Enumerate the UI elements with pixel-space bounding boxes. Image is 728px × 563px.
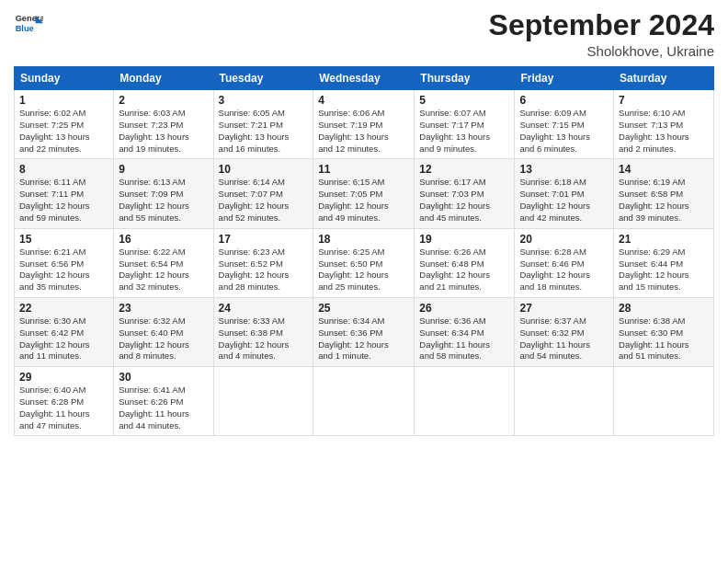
day-info: Sunrise: 6:26 AM Sunset: 6:48 PM Dayligh… — [419, 247, 509, 293]
table-row: 30Sunrise: 6:41 AM Sunset: 6:26 PM Dayli… — [114, 367, 213, 436]
day-number: 18 — [318, 233, 409, 246]
day-info: Sunrise: 6:14 AM Sunset: 7:07 PM Dayligh… — [219, 177, 309, 224]
table-row: 21Sunrise: 6:29 AM Sunset: 6:44 PM Dayli… — [614, 228, 714, 297]
table-row: 9Sunrise: 6:13 AM Sunset: 7:09 PM Daylig… — [114, 159, 213, 228]
day-number: 1 — [19, 94, 108, 107]
logo-icon: General Blue — [14, 9, 43, 39]
day-info: Sunrise: 6:11 AM Sunset: 7:11 PM Dayligh… — [19, 177, 108, 224]
table-row — [614, 367, 714, 436]
table-row — [213, 367, 313, 436]
day-info: Sunrise: 6:30 AM Sunset: 6:42 PM Dayligh… — [19, 316, 108, 362]
table-row: 14Sunrise: 6:19 AM Sunset: 6:58 PM Dayli… — [614, 159, 714, 228]
table-row: 6Sunrise: 6:09 AM Sunset: 7:15 PM Daylig… — [515, 90, 614, 159]
day-number: 11 — [318, 163, 409, 176]
day-number: 6 — [519, 94, 609, 107]
table-row: 15Sunrise: 6:21 AM Sunset: 6:56 PM Dayli… — [15, 228, 114, 297]
day-number: 30 — [119, 371, 208, 384]
day-info: Sunrise: 6:19 AM Sunset: 6:58 PM Dayligh… — [619, 177, 709, 224]
day-number: 12 — [419, 163, 509, 176]
table-row: 2Sunrise: 6:03 AM Sunset: 7:23 PM Daylig… — [114, 90, 213, 159]
table-row: 25Sunrise: 6:34 AM Sunset: 6:36 PM Dayli… — [313, 297, 415, 366]
table-row — [515, 367, 614, 436]
day-number: 19 — [419, 233, 509, 246]
day-info: Sunrise: 6:03 AM Sunset: 7:23 PM Dayligh… — [119, 108, 208, 155]
col-saturday: Saturday — [614, 67, 714, 90]
day-number: 23 — [119, 302, 208, 315]
col-tuesday: Tuesday — [213, 67, 313, 90]
day-info: Sunrise: 6:09 AM Sunset: 7:15 PM Dayligh… — [519, 108, 609, 155]
day-number: 14 — [619, 163, 709, 176]
table-row: 8Sunrise: 6:11 AM Sunset: 7:11 PM Daylig… — [15, 159, 114, 228]
table-row: 16Sunrise: 6:22 AM Sunset: 6:54 PM Dayli… — [114, 228, 213, 297]
month-title: September 2024 — [489, 9, 714, 41]
table-row: 1Sunrise: 6:02 AM Sunset: 7:25 PM Daylig… — [15, 90, 114, 159]
table-row: 23Sunrise: 6:32 AM Sunset: 6:40 PM Dayli… — [114, 297, 213, 366]
day-number: 16 — [119, 233, 208, 246]
day-info: Sunrise: 6:21 AM Sunset: 6:56 PM Dayligh… — [19, 247, 108, 293]
day-info: Sunrise: 6:28 AM Sunset: 6:46 PM Dayligh… — [519, 247, 609, 293]
table-row: 29Sunrise: 6:40 AM Sunset: 6:28 PM Dayli… — [15, 367, 114, 436]
table-row: 20Sunrise: 6:28 AM Sunset: 6:46 PM Dayli… — [515, 228, 614, 297]
day-info: Sunrise: 6:36 AM Sunset: 6:34 PM Dayligh… — [419, 316, 509, 362]
calendar-header-row: Sunday Monday Tuesday Wednesday Thursday… — [15, 67, 714, 90]
day-info: Sunrise: 6:02 AM Sunset: 7:25 PM Dayligh… — [19, 108, 108, 155]
col-friday: Friday — [515, 67, 614, 90]
table-row: 12Sunrise: 6:17 AM Sunset: 7:03 PM Dayli… — [415, 159, 515, 228]
table-row: 7Sunrise: 6:10 AM Sunset: 7:13 PM Daylig… — [614, 90, 714, 159]
day-info: Sunrise: 6:32 AM Sunset: 6:40 PM Dayligh… — [119, 316, 208, 362]
svg-text:Blue: Blue — [16, 24, 34, 33]
calendar-week-row: 22Sunrise: 6:30 AM Sunset: 6:42 PM Dayli… — [15, 297, 714, 366]
day-info: Sunrise: 6:06 AM Sunset: 7:19 PM Dayligh… — [318, 108, 409, 155]
calendar-week-row: 29Sunrise: 6:40 AM Sunset: 6:28 PM Dayli… — [15, 367, 714, 436]
day-info: Sunrise: 6:07 AM Sunset: 7:17 PM Dayligh… — [419, 108, 509, 155]
day-number: 4 — [318, 94, 409, 107]
day-info: Sunrise: 6:17 AM Sunset: 7:03 PM Dayligh… — [419, 177, 509, 224]
col-wednesday: Wednesday — [313, 67, 415, 90]
day-number: 13 — [519, 163, 609, 176]
table-row: 28Sunrise: 6:38 AM Sunset: 6:30 PM Dayli… — [614, 297, 714, 366]
day-number: 29 — [19, 371, 108, 384]
col-sunday: Sunday — [15, 67, 114, 90]
day-number: 28 — [619, 302, 709, 315]
day-info: Sunrise: 6:34 AM Sunset: 6:36 PM Dayligh… — [318, 316, 409, 362]
table-row: 27Sunrise: 6:37 AM Sunset: 6:32 PM Dayli… — [515, 297, 614, 366]
day-info: Sunrise: 6:41 AM Sunset: 6:26 PM Dayligh… — [119, 385, 208, 431]
day-info: Sunrise: 6:40 AM Sunset: 6:28 PM Dayligh… — [19, 385, 108, 431]
title-block: September 2024 Sholokhove, Ukraine — [489, 9, 714, 59]
table-row — [415, 367, 515, 436]
day-number: 21 — [619, 233, 709, 246]
table-row: 11Sunrise: 6:15 AM Sunset: 7:05 PM Dayli… — [313, 159, 415, 228]
col-monday: Monday — [114, 67, 213, 90]
calendar-week-row: 1Sunrise: 6:02 AM Sunset: 7:25 PM Daylig… — [15, 90, 714, 159]
day-number: 7 — [619, 94, 709, 107]
day-info: Sunrise: 6:37 AM Sunset: 6:32 PM Dayligh… — [519, 316, 609, 362]
day-info: Sunrise: 6:23 AM Sunset: 6:52 PM Dayligh… — [219, 247, 309, 293]
page: General Blue September 2024 Sholokhove, … — [0, 0, 728, 563]
table-row: 10Sunrise: 6:14 AM Sunset: 7:07 PM Dayli… — [213, 159, 313, 228]
table-row: 17Sunrise: 6:23 AM Sunset: 6:52 PM Dayli… — [213, 228, 313, 297]
day-number: 3 — [219, 94, 309, 107]
table-row: 24Sunrise: 6:33 AM Sunset: 6:38 PM Dayli… — [213, 297, 313, 366]
day-number: 20 — [519, 233, 609, 246]
day-info: Sunrise: 6:13 AM Sunset: 7:09 PM Dayligh… — [119, 177, 208, 224]
table-row: 19Sunrise: 6:26 AM Sunset: 6:48 PM Dayli… — [415, 228, 515, 297]
day-number: 9 — [119, 163, 208, 176]
table-row: 22Sunrise: 6:30 AM Sunset: 6:42 PM Dayli… — [15, 297, 114, 366]
calendar-week-row: 8Sunrise: 6:11 AM Sunset: 7:11 PM Daylig… — [15, 159, 714, 228]
table-row: 13Sunrise: 6:18 AM Sunset: 7:01 PM Dayli… — [515, 159, 614, 228]
logo: General Blue — [14, 9, 47, 39]
table-row: 3Sunrise: 6:05 AM Sunset: 7:21 PM Daylig… — [213, 90, 313, 159]
location-subtitle: Sholokhove, Ukraine — [489, 43, 714, 59]
calendar-table: Sunday Monday Tuesday Wednesday Thursday… — [14, 66, 714, 436]
day-number: 2 — [119, 94, 208, 107]
day-number: 5 — [419, 94, 509, 107]
day-number: 15 — [19, 233, 108, 246]
day-info: Sunrise: 6:25 AM Sunset: 6:50 PM Dayligh… — [318, 247, 409, 293]
day-number: 25 — [318, 302, 409, 315]
day-info: Sunrise: 6:10 AM Sunset: 7:13 PM Dayligh… — [619, 108, 709, 155]
table-row: 26Sunrise: 6:36 AM Sunset: 6:34 PM Dayli… — [415, 297, 515, 366]
table-row: 5Sunrise: 6:07 AM Sunset: 7:17 PM Daylig… — [415, 90, 515, 159]
day-number: 22 — [19, 302, 108, 315]
day-info: Sunrise: 6:29 AM Sunset: 6:44 PM Dayligh… — [619, 247, 709, 293]
day-info: Sunrise: 6:05 AM Sunset: 7:21 PM Dayligh… — [219, 108, 309, 155]
